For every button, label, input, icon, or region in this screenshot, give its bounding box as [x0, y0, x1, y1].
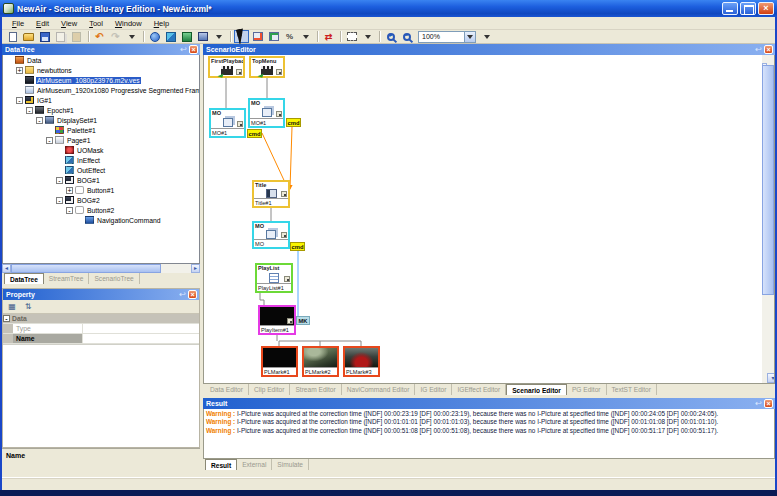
- tab-scenariotree[interactable]: ScenarioTree: [89, 273, 139, 284]
- pin-icon[interactable]: ↩: [755, 46, 762, 54]
- pointer-tool-button[interactable]: [234, 30, 249, 43]
- node-expand-button[interactable]: [276, 111, 282, 117]
- tree-item[interactable]: -DisplaySet#1: [3, 115, 199, 125]
- scenario-canvas[interactable]: ▴ ▾ FirstPlaybackTopMenuMOMO#1MOMO#1Titl…: [203, 55, 775, 384]
- cmd-tag-title[interactable]: cmd: [290, 242, 305, 251]
- scroll-left-icon[interactable]: ◂: [2, 264, 11, 273]
- cmd-tag-firstplayback[interactable]: cmd: [247, 129, 262, 138]
- categorized-icon[interactable]: ▦: [5, 301, 19, 313]
- warning-line[interactable]: Warning : I-Picture was acquired at the …: [206, 418, 772, 426]
- tab-navicommand-editor[interactable]: NaviCommand Editor: [342, 384, 416, 395]
- multiplex-button[interactable]: [163, 30, 178, 43]
- zoom-out-button[interactable]: [399, 30, 414, 43]
- node-expand-button[interactable]: [281, 232, 287, 238]
- maximize-button[interactable]: [740, 2, 756, 15]
- tree-expander-icon[interactable]: -: [36, 117, 43, 124]
- vertical-scrollbar[interactable]: ▴ ▾: [762, 55, 774, 383]
- tab-data-editor[interactable]: Data Editor: [205, 384, 249, 395]
- tab-streamtree[interactable]: StreamTree: [44, 273, 90, 284]
- more-dropdown-button[interactable]: [479, 30, 494, 43]
- pan-tool-button[interactable]: [266, 30, 281, 43]
- node-expand-button[interactable]: [237, 121, 243, 127]
- node-mo-firstplayback[interactable]: MOMO#1: [209, 108, 246, 138]
- paste-button[interactable]: [69, 30, 84, 43]
- close-pane-icon[interactable]: ×: [764, 399, 773, 408]
- property-category-row[interactable]: -Data: [3, 314, 199, 324]
- node-plmark1[interactable]: PLMark#1: [261, 346, 298, 377]
- tree-expander-icon[interactable]: +: [16, 67, 23, 74]
- node-mo-topmenu[interactable]: MOMO#1: [248, 98, 285, 128]
- tree-item[interactable]: -IG#1: [3, 95, 199, 105]
- tree-item[interactable]: -Epoch#1: [3, 105, 199, 115]
- tab-simulate[interactable]: Simulate: [272, 459, 309, 470]
- collapse-icon[interactable]: -: [3, 315, 10, 322]
- tree-item[interactable]: -Button#2: [3, 205, 199, 215]
- sort-alpha-icon[interactable]: ⇅: [21, 301, 35, 313]
- tree-expander-icon[interactable]: -: [56, 177, 63, 184]
- node-expand-button[interactable]: [287, 318, 293, 324]
- export-button[interactable]: [195, 30, 210, 43]
- property-row[interactable]: Type: [3, 324, 199, 334]
- close-button[interactable]: ×: [758, 2, 774, 15]
- export-dropdown-button[interactable]: [211, 30, 226, 43]
- tree-expander-icon[interactable]: -: [56, 197, 63, 204]
- pin-icon[interactable]: ↩: [755, 400, 762, 408]
- tab-scenario-editor[interactable]: Scenario Editor: [506, 384, 567, 395]
- scrollbar-thumb[interactable]: [11, 264, 161, 273]
- tree-item[interactable]: +Button#1: [3, 185, 199, 195]
- property-value[interactable]: [83, 334, 199, 343]
- tree-item[interactable]: -BOG#2: [3, 195, 199, 205]
- tree-expander-icon[interactable]: +: [66, 187, 73, 194]
- tool-dropdown-button[interactable]: [298, 30, 313, 43]
- tree-item[interactable]: AirMuseum_1080p23976.m2v.ves: [3, 75, 199, 85]
- pin-icon[interactable]: ↩: [179, 291, 186, 299]
- tree-item[interactable]: InEffect: [3, 155, 199, 165]
- new-button[interactable]: [5, 30, 20, 43]
- close-pane-icon[interactable]: ×: [189, 45, 198, 54]
- tree-expander-icon[interactable]: -: [16, 97, 23, 104]
- cmd-tag-topmenu[interactable]: cmd: [286, 118, 301, 127]
- menu-item-file[interactable]: File: [6, 18, 30, 29]
- close-pane-icon[interactable]: ×: [188, 290, 197, 299]
- swap-tool-button[interactable]: ⇄: [321, 30, 336, 43]
- property-row[interactable]: Name: [3, 334, 199, 344]
- tree-item[interactable]: Palette#1: [3, 125, 199, 135]
- tab-ig-editor[interactable]: IG Editor: [415, 384, 452, 395]
- tree-expander-icon[interactable]: -: [66, 207, 73, 214]
- tree-item[interactable]: NavigationCommand: [3, 215, 199, 225]
- menu-item-edit[interactable]: Edit: [30, 18, 55, 29]
- node-playitem[interactable]: PlayItem#1: [258, 305, 296, 335]
- open-button[interactable]: [21, 30, 36, 43]
- tab-stream-editor[interactable]: Stream Editor: [290, 384, 341, 395]
- node-title[interactable]: TitleTitle#1: [252, 180, 290, 208]
- build-button[interactable]: [179, 30, 194, 43]
- node-firstplayback[interactable]: FirstPlayback: [208, 56, 245, 78]
- marquee-dropdown-button[interactable]: [360, 30, 375, 43]
- node-topmenu[interactable]: TopMenu: [249, 56, 285, 78]
- menu-item-window[interactable]: Window: [109, 18, 148, 29]
- link-tool-button[interactable]: [250, 30, 265, 43]
- mux-button[interactable]: [147, 30, 162, 43]
- tree-item[interactable]: OutEffect: [3, 165, 199, 175]
- undo-button[interactable]: ↶: [92, 30, 107, 43]
- node-expand-button[interactable]: [281, 191, 287, 197]
- scroll-down-icon[interactable]: ▾: [767, 373, 775, 383]
- node-expand-button[interactable]: [284, 276, 290, 282]
- mark-tag-playitem[interactable]: MK: [296, 316, 310, 325]
- zoom-level-combobox[interactable]: 100%: [418, 31, 476, 43]
- property-value[interactable]: [83, 324, 199, 333]
- tab-textst-editor[interactable]: TextST Editor: [607, 384, 657, 395]
- tab-result[interactable]: Result: [205, 459, 237, 470]
- scroll-right-icon[interactable]: ▸: [191, 264, 200, 273]
- save-button[interactable]: [37, 30, 52, 43]
- tree-item[interactable]: AirMuseum_1920x1080 Progressive Segmente…: [3, 85, 199, 95]
- scrollbar-thumb[interactable]: [762, 65, 774, 295]
- tab-igeffect-editor[interactable]: IGEffect Editor: [452, 384, 506, 395]
- horizontal-scrollbar[interactable]: ◂ ▸: [2, 264, 200, 273]
- tree-item[interactable]: -BOG#1: [3, 175, 199, 185]
- tree-item[interactable]: +newbuttons: [3, 65, 199, 75]
- combobox-dropdown-icon[interactable]: [464, 32, 475, 42]
- copy-button[interactable]: [53, 30, 68, 43]
- node-mo-title[interactable]: MOMO: [252, 221, 290, 249]
- node-playlist[interactable]: PlayListPlayList#1: [255, 263, 293, 293]
